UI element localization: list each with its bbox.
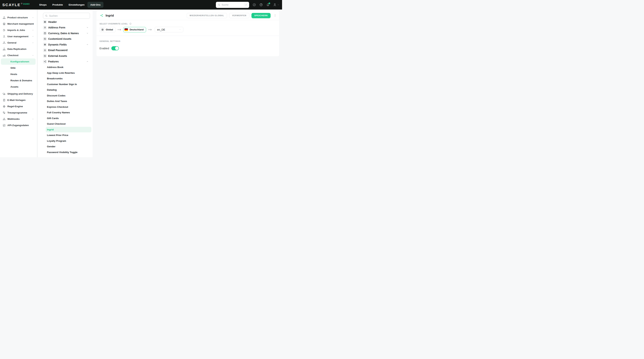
topnav-add-ons[interactable]: Add-Ons (88, 2, 104, 8)
dashed-arrow-icon (148, 28, 152, 31)
restore-global-button[interactable]: WIEDERHERSTELLEN GLOBAL (187, 13, 227, 18)
panel-subitem-lowest-prior-price[interactable]: Lowest Prior Price (43, 132, 90, 138)
main-content: Ingrid WIEDERHERSTELLEN GLOBAL VERWERFEN… (93, 10, 282, 157)
hierarchy-icon (2, 16, 6, 19)
panel-subitem-customer-number-sign-in[interactable]: Customer Number Sign In (43, 82, 90, 87)
features-branch-icon (100, 14, 103, 17)
topnav-shops[interactable]: Shops (36, 2, 50, 8)
sidebar-item-regel-engine[interactable]: Regel-Engine (0, 103, 37, 110)
sidebar-item-webhooks[interactable]: Webhooks (0, 116, 37, 122)
panel-subitem-gift-cards[interactable]: Gift Cards (43, 116, 90, 121)
germany-flag-icon (124, 28, 128, 31)
sidebar-subitem-hosts[interactable]: Hosts (0, 71, 37, 77)
page-title: Ingrid (106, 14, 114, 17)
sidebar-item-treueprogramme[interactable]: Treueprogramme (0, 110, 37, 116)
sidebar-subitem-routen-domains[interactable]: Routen & Domains (0, 77, 37, 84)
topnav-einstellungen[interactable]: Einstellungen (66, 2, 88, 8)
panel-subitem-express-checkout[interactable]: Express Checkout (43, 104, 90, 110)
search-icon (218, 4, 220, 6)
panel-item-label: Customized Assets (48, 38, 72, 40)
search-icon (45, 14, 48, 17)
chevron-down-icon (32, 17, 34, 18)
panel-item-customized-assets[interactable]: Customized Assets (43, 36, 90, 42)
sidebar-item-label: Treueprogramme (8, 111, 27, 114)
sidebar-item-shipping-and-delivery[interactable]: Shipping and Delivery (0, 91, 37, 97)
key-icon (2, 124, 6, 127)
panel-subitem-ingrid[interactable]: Ingrid (46, 127, 92, 132)
search-input[interactable] (222, 4, 243, 6)
sidebar-item-checkout[interactable]: Checkout (0, 52, 37, 58)
chip-icon (2, 105, 6, 108)
panel-subitem-address-book[interactable]: Address Book (43, 64, 90, 70)
panel-item-external-assets[interactable]: External Assets (43, 53, 90, 59)
user-avatar-icon (273, 3, 277, 7)
panel-item-email-password[interactable]: Email Password (43, 48, 90, 53)
panel-search[interactable] (43, 13, 90, 19)
notification-dot (268, 2, 270, 4)
sidebar-item-product-structure[interactable]: Product structure (0, 14, 37, 21)
chevron-down-icon (32, 42, 34, 44)
notifications-bell-icon[interactable] (266, 3, 270, 7)
panel-subitem-loyalty-program[interactable]: Loyalty Program (43, 138, 90, 144)
boxes-icon (2, 54, 6, 57)
topbar: SCAYLE DEMO ShopsProdukteEinstellungenAd… (0, 0, 282, 10)
logo-text: SCAYLE (2, 2, 20, 7)
activity-history-icon[interactable] (252, 3, 256, 7)
global-search[interactable]: / (216, 2, 249, 8)
panel-item-label: Dynamic Fields (48, 43, 67, 46)
sidebar-item-label: Imports & Jobs (8, 29, 25, 32)
user-menu[interactable] (273, 3, 279, 7)
sidebar-subitem-assets[interactable]: Assets (0, 84, 37, 90)
topbar-icons (252, 3, 279, 7)
panel-subitem-datadog[interactable]: Datadog (43, 87, 90, 93)
locale-select[interactable]: en_DE (155, 27, 183, 32)
help-icon[interactable] (259, 3, 263, 7)
country-level-chip[interactable]: Deutschland (123, 27, 146, 32)
tag-heart-icon (2, 111, 6, 114)
panel-search-input[interactable] (49, 14, 88, 17)
more-options-kebab-icon[interactable] (274, 14, 277, 17)
chevron-down-icon (86, 26, 88, 28)
panel-item-features[interactable]: Features (43, 59, 90, 64)
global-level-chip[interactable]: Global (100, 27, 116, 32)
panel-subitem-breadcrumbs[interactable]: Breadcrumbs (43, 76, 90, 82)
panel-item-currency-dates-names[interactable]: Currency, Dates & Names (43, 30, 90, 36)
panel-subitem-discount-codes[interactable]: Discount Codes (43, 93, 90, 98)
info-icon[interactable] (129, 22, 132, 25)
sidebar-item-merchant-management[interactable]: Merchant management (0, 21, 37, 27)
image-icon (43, 54, 47, 58)
truck-icon (2, 92, 6, 96)
enabled-toggle[interactable] (111, 46, 119, 50)
sidebar-item-label: Merchant management (8, 22, 34, 25)
sidebar-item-general[interactable]: General (0, 40, 37, 46)
enabled-label: Enabled (100, 47, 109, 50)
sidebar-subitem-konfigurationen[interactable]: Konfigurationen (1, 58, 36, 65)
topnav-produkte[interactable]: Produkte (50, 2, 66, 8)
cup-icon (2, 28, 6, 32)
sidebar-item-imports-jobs[interactable]: Imports & Jobs (0, 27, 37, 33)
lock-icon (43, 48, 47, 52)
panel-subitem-full-country-names[interactable]: Full Country Names (43, 110, 90, 116)
panel-item-dynamic-fields[interactable]: Dynamic Fields (43, 42, 90, 48)
discard-button[interactable]: VERWERFEN (229, 13, 249, 18)
chevron-down-icon (179, 28, 181, 30)
sidebar-item-data-replication[interactable]: Data Replication (0, 46, 37, 52)
scayle-logo: SCAYLE DEMO (2, 2, 30, 7)
panel-subitem-duties-and-taxes[interactable]: Duties And Taxes (43, 98, 90, 104)
panel-item-address-form[interactable]: Address Form (43, 25, 90, 30)
panel-subitem-password-visibility-toggle[interactable]: Password Visibility Toggle (43, 150, 90, 155)
sidebar-subitem-stile[interactable]: Stile (0, 65, 37, 71)
panel-subitem-gender[interactable]: Gender (43, 144, 90, 150)
panel-item-header[interactable]: Header (43, 19, 90, 25)
save-button[interactable]: SPEICHERN (252, 13, 270, 18)
sidebar-item-api-zugangsdaten[interactable]: API-Zugangsdaten (0, 122, 37, 128)
sidebar-item-e-mail-vorlagen[interactable]: E-Mail-Vorlagen (0, 97, 37, 103)
panel-subitem-app-deep-link-rewrites[interactable]: App Deep Link Rewrites (43, 70, 90, 76)
panel-item-label: Header (48, 20, 57, 24)
sidebar-item-user-management[interactable]: User management (0, 33, 37, 40)
hierarchy-icon (2, 48, 6, 51)
card-actions: WIEDERHERSTELLEN GLOBAL VERWERFEN SPEICH… (187, 13, 277, 18)
chevron-down-icon (33, 93, 34, 95)
panel-subitem-guest-checkout[interactable]: Guest Checkout (43, 121, 90, 127)
addons-panel: HeaderAddress FormCurrency, Dates & Name… (38, 10, 93, 157)
